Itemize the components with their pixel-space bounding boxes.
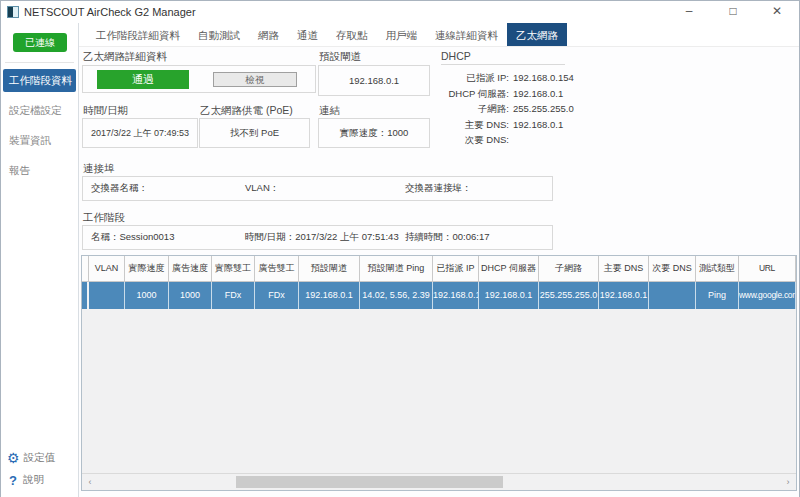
col-assigned-ip: 已指派 IP bbox=[433, 256, 479, 281]
app-window: NETSCOUT AirCheck G2 Manager – □ ✕ 已連線 工… bbox=[0, 0, 800, 497]
title-bar: NETSCOUT AirCheck G2 Manager – □ ✕ bbox=[1, 1, 799, 23]
status-badge: 已連線 bbox=[13, 33, 67, 52]
tab-network[interactable]: 網路 bbox=[249, 23, 288, 46]
link-label: 連結 bbox=[319, 104, 340, 118]
dhcp-list: 已指派 IP:192.168.0.154 DHCP 伺服器:192.168.0.… bbox=[431, 70, 574, 148]
ethernet-panel: 乙太網路詳細資料 通過 檢視 預設閘道 192.168.0.1 DHCP 已指派… bbox=[79, 47, 799, 497]
horizontal-scrollbar[interactable]: ‹ › bbox=[82, 473, 796, 490]
table-row[interactable]: 1000 1000 FDx FDx 192.168.0.1 14.02, 5.5… bbox=[82, 282, 796, 309]
eth-details-label: 乙太網路詳細資料 bbox=[83, 50, 167, 64]
switch-port-field: 交換器連接埠： bbox=[405, 182, 472, 195]
col-vlan: VLAN bbox=[89, 256, 125, 281]
dhcp-secondary-dns: 次要 DNS: bbox=[431, 132, 574, 148]
poe-value: 找不到 PoE bbox=[200, 119, 309, 147]
session-duration-field: 持續時間：00:06:17 bbox=[405, 231, 489, 244]
gear-icon: ⚙ bbox=[7, 451, 20, 465]
minimize-icon[interactable]: – bbox=[667, 1, 711, 23]
time-date-label: 時間/日期 bbox=[83, 104, 128, 118]
col-advertised-speed: 廣告速度 bbox=[169, 256, 212, 281]
time-date-value: 2017/3/22 上午 07:49:53 bbox=[83, 119, 197, 147]
col-url: URL bbox=[739, 256, 796, 281]
dhcp-subnet: 子網路:255.255.255.0 bbox=[431, 101, 574, 117]
close-icon[interactable]: ✕ bbox=[755, 1, 799, 23]
col-actual-duplex: 實際雙工 bbox=[212, 256, 255, 281]
port-label: 連接埠 bbox=[83, 162, 115, 176]
port-box: 交換器名稱： VLAN： 交換器連接埠： bbox=[82, 176, 553, 201]
session-name-field: 名稱：Session0013 bbox=[91, 231, 174, 244]
link-speed-value: 實際速度：1000 bbox=[319, 119, 429, 147]
window-title: NETSCOUT AirCheck G2 Manager bbox=[24, 6, 667, 18]
dhcp-primary-dns: 主要 DNS:192.168.0.1 bbox=[431, 117, 574, 133]
col-default-gateway: 預設閘道 bbox=[299, 256, 360, 281]
tab-session-details[interactable]: 工作階段詳細資料 bbox=[87, 23, 189, 46]
session-label: 工作階段 bbox=[83, 211, 125, 225]
table-header-row: VLAN 實際速度 廣告速度 實際雙工 廣告雙工 預設閘道 預設閘道 Ping … bbox=[82, 256, 796, 282]
sidebar-item-reports[interactable]: 報告 bbox=[3, 159, 76, 182]
eth-details-box: 通過 檢視 bbox=[82, 65, 316, 93]
table-empty-area bbox=[82, 309, 796, 473]
col-primary-dns: 主要 DNS bbox=[599, 256, 649, 281]
col-subnet: 子網路 bbox=[539, 256, 599, 281]
scrollbar-track[interactable] bbox=[98, 474, 780, 490]
vlan-field: VLAN： bbox=[245, 182, 279, 195]
tab-access-points[interactable]: 存取點 bbox=[327, 23, 377, 46]
tab-bar: 工作階段詳細資料 自動測試 網路 通道 存取點 用戶端 連線詳細資料 乙太網路 bbox=[79, 23, 799, 47]
tab-ethernet[interactable]: 乙太網路 bbox=[507, 23, 567, 46]
switch-name-field: 交換器名稱： bbox=[91, 182, 148, 195]
sidebar-divider bbox=[5, 62, 74, 63]
settings-label: 設定值 bbox=[24, 451, 56, 465]
row-selector-cell[interactable] bbox=[82, 282, 89, 309]
poe-label: 乙太網路供電 (PoE) bbox=[200, 104, 293, 118]
session-time-field: 時間/日期：2017/3/22 上午 07:51:43 bbox=[245, 231, 399, 244]
col-test-type: 測試類型 bbox=[696, 256, 739, 281]
col-gateway-ping: 預設閘道 Ping bbox=[360, 256, 433, 281]
help-label: 說明 bbox=[23, 473, 44, 487]
col-secondary-dns: 次要 DNS bbox=[649, 256, 696, 281]
tab-autotest[interactable]: 自動測試 bbox=[189, 23, 249, 46]
maximize-icon[interactable]: □ bbox=[711, 1, 755, 23]
sidebar-item-profile-settings[interactable]: 設定檔設定 bbox=[3, 99, 76, 122]
dhcp-divider bbox=[441, 64, 565, 65]
pass-button[interactable]: 通過 bbox=[97, 70, 189, 89]
sidebar-item-device-info[interactable]: 裝置資訊 bbox=[3, 129, 76, 152]
tab-channel[interactable]: 通道 bbox=[288, 23, 327, 46]
time-date-box: 2017/3/22 上午 07:49:53 bbox=[82, 118, 198, 148]
tab-clients[interactable]: 用戶端 bbox=[377, 23, 427, 46]
sidebar-item-session-data[interactable]: 工作階段資料 bbox=[3, 69, 76, 92]
session-box: 名稱：Session0013 時間/日期：2017/3/22 上午 07:51:… bbox=[82, 225, 553, 250]
default-gateway-box: 192.168.0.1 bbox=[318, 65, 430, 96]
col-advertised-duplex: 廣告雙工 bbox=[255, 256, 299, 281]
view-button[interactable]: 檢視 bbox=[213, 72, 297, 87]
scrollbar-thumb[interactable] bbox=[236, 476, 503, 488]
scroll-right-icon[interactable]: › bbox=[780, 474, 796, 490]
tab-connection-details[interactable]: 連線詳細資料 bbox=[426, 23, 507, 46]
results-table: VLAN 實際速度 廣告速度 實際雙工 廣告雙工 預設閘道 預設閘道 Ping … bbox=[81, 255, 797, 491]
settings-button[interactable]: ⚙ 設定值 bbox=[7, 447, 78, 469]
dhcp-assigned-ip: 已指派 IP:192.168.0.154 bbox=[431, 70, 574, 86]
scroll-left-icon[interactable]: ‹ bbox=[82, 474, 98, 490]
sidebar: 已連線 工作階段資料 設定檔設定 裝置資訊 報告 ⚙ 設定值 ? 說明 bbox=[1, 23, 79, 497]
row-selector-header bbox=[82, 256, 89, 281]
col-actual-speed: 實際速度 bbox=[125, 256, 169, 281]
link-box: 實際速度：1000 bbox=[318, 118, 430, 148]
help-icon: ? bbox=[9, 473, 17, 488]
app-icon bbox=[7, 6, 19, 18]
default-gateway-value: 192.168.0.1 bbox=[319, 66, 429, 95]
dhcp-label: DHCP bbox=[441, 50, 471, 62]
dhcp-server: DHCP 伺服器:192.168.0.1 bbox=[431, 86, 574, 102]
poe-box: 找不到 PoE bbox=[199, 118, 310, 148]
default-gateway-label: 預設閘道 bbox=[319, 50, 361, 64]
col-dhcp-server: DHCP 伺服器 bbox=[479, 256, 539, 281]
help-button[interactable]: ? 說明 bbox=[7, 469, 78, 491]
